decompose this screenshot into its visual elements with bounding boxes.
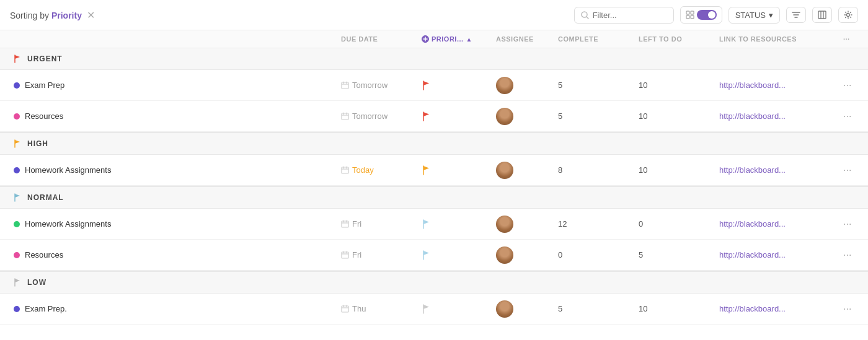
link-cell-row-6[interactable]: http://blackboard...: [715, 299, 839, 318]
toggle-button[interactable]: [680, 6, 722, 24]
col-header-priority[interactable]: PRIORI... ▲: [418, 30, 492, 48]
group-header-high[interactable]: HIGH: [0, 132, 868, 155]
link-cell-row-3[interactable]: http://blackboard...: [715, 160, 839, 180]
table-row-row-4[interactable]: Homework Assignments Fri120http://blackb…: [0, 209, 868, 240]
more-button-row-6[interactable]: ···: [839, 299, 858, 320]
svg-rect-4: [686, 15, 689, 19]
filter-input-container[interactable]: [574, 7, 674, 24]
link-cell-row-5[interactable]: http://blackboard...: [715, 245, 839, 264]
calendar-icon-row-2: [341, 112, 349, 120]
due-date-cell-row-2: Tomorrow: [337, 107, 418, 126]
sort-prefix: Sorting by: [10, 11, 51, 20]
task-dot-row-5: [14, 252, 20, 258]
calendar-icon-row-5: [341, 251, 349, 259]
due-date-text-row-3: Today: [352, 165, 374, 175]
more-button-row-4[interactable]: ···: [839, 214, 858, 235]
link-cell-row-2[interactable]: http://blackboard...: [715, 107, 839, 126]
avatar-row-1: [496, 77, 513, 94]
task-name-cell-row-3: Homework Assignments: [10, 160, 337, 180]
group-flag-high: [14, 139, 22, 148]
svg-rect-32: [342, 252, 348, 258]
col-header-more: ···: [839, 30, 858, 48]
more-button-row-2[interactable]: ···: [839, 106, 858, 127]
gear-icon: [844, 11, 852, 19]
group-flag-normal: [14, 193, 22, 202]
task-name-cell-row-2: Resources: [10, 107, 337, 126]
group-header-urgent[interactable]: URGENT: [0, 48, 868, 70]
due-date-text-row-1: Tomorrow: [352, 81, 388, 90]
task-name-cell-row-6: Exam Prep.: [10, 299, 337, 318]
table-row-row-1[interactable]: Exam Prep Tomorrow510http://blackboard..…: [0, 70, 868, 101]
complete-cell-row-5: 0: [554, 245, 635, 264]
filter-input[interactable]: [593, 11, 667, 20]
assignee-cell-row-6: [492, 295, 554, 323]
column-headers: DUE DATE PRIORI... ▲ ASSIGNEE COMPLETE L…: [0, 30, 868, 48]
link-cell-row-1[interactable]: http://blackboard...: [715, 76, 839, 95]
svg-rect-36: [342, 306, 348, 312]
task-dot-row-6: [14, 306, 20, 312]
assignee-cell-row-3: [492, 157, 554, 184]
complete-cell-row-1: 5: [554, 76, 635, 95]
task-name-text-row-2: Resources: [25, 111, 63, 121]
col-header-complete[interactable]: COMPLETE: [554, 30, 635, 48]
due-date-text-row-2: Tomorrow: [352, 111, 388, 121]
task-name-cell-row-5: Resources: [10, 245, 337, 264]
svg-rect-16: [342, 82, 348, 89]
left-to-do-cell-row-4: 0: [635, 214, 715, 233]
svg-rect-3: [691, 11, 694, 14]
task-name-cell-row-4: Homework Assignments: [10, 214, 337, 233]
task-dot-row-4: [14, 221, 20, 227]
clear-sort-button[interactable]: ✕: [84, 10, 95, 20]
assignee-cell-row-4: [492, 211, 554, 238]
task-name-cell-row-1: Exam Prep: [10, 76, 337, 95]
priority-flag-icon-row-3: [422, 165, 432, 175]
col-header-link[interactable]: LINK TO RESOURCES: [715, 30, 839, 48]
group-title-high: HIGH: [10, 133, 337, 154]
more-button-row-1[interactable]: ···: [839, 75, 858, 96]
table-row-row-6[interactable]: Exam Prep. Thu510http://blackboard...···: [0, 294, 868, 325]
table-row-row-2[interactable]: Resources Tomorrow510http://blackboard..…: [0, 101, 868, 132]
due-date-cell-row-3: Today: [337, 160, 418, 180]
complete-cell-row-2: 5: [554, 107, 635, 126]
columns-icon: [818, 11, 826, 19]
priority-sort-link[interactable]: Priority: [51, 11, 82, 20]
due-date-cell-row-1: Tomorrow: [337, 76, 418, 95]
task-name-text-row-4: Homework Assignments: [25, 219, 111, 229]
more-button-row-3[interactable]: ···: [839, 160, 858, 181]
table-row-row-3[interactable]: Homework Assignments Today810http://blac…: [0, 155, 868, 186]
toggle-track: [697, 10, 717, 20]
assignee-cell-row-1: [492, 72, 554, 99]
left-to-do-cell-row-2: 10: [635, 107, 715, 126]
status-label: STATUS: [735, 11, 766, 20]
svg-line-1: [587, 17, 588, 19]
group-label-normal: NORMAL: [27, 193, 64, 202]
task-name-text-row-1: Exam Prep: [25, 81, 64, 90]
due-date-text-row-5: Fri: [352, 250, 361, 259]
task-dot-row-3: [14, 167, 20, 173]
table-row-row-5[interactable]: Resources Fri05http://blackboard...···: [0, 240, 868, 271]
task-name-text-row-5: Resources: [25, 250, 63, 259]
status-button[interactable]: STATUS ▾: [728, 7, 780, 24]
group-flag-low: [14, 278, 22, 287]
svg-rect-9: [818, 11, 826, 19]
calendar-icon-row-4: [341, 220, 349, 228]
group-header-normal[interactable]: NORMAL: [0, 186, 868, 209]
chevron-down-icon: ▾: [769, 11, 773, 20]
left-to-do-cell-row-1: 10: [635, 76, 715, 95]
sort-label: Sorting by Priority ✕: [10, 9, 95, 21]
col-header-name: [10, 30, 337, 48]
settings-button[interactable]: [838, 7, 858, 23]
group-header-low[interactable]: LOW: [0, 271, 868, 294]
assignee-cell-row-5: [492, 242, 554, 269]
more-button-row-5[interactable]: ···: [839, 245, 858, 266]
priority-flag-icon-row-4: [422, 219, 432, 229]
task-name-text-row-3: Homework Assignments: [25, 165, 111, 175]
svg-rect-5: [691, 15, 694, 19]
columns-button[interactable]: [812, 7, 832, 23]
filter-button[interactable]: [786, 7, 806, 23]
link-cell-row-4[interactable]: http://blackboard...: [715, 214, 839, 233]
svg-point-12: [847, 14, 850, 17]
col-header-assignee[interactable]: ASSIGNEE: [492, 30, 554, 48]
col-header-left-to-do[interactable]: LEFT TO DO: [635, 30, 715, 48]
col-header-due-date[interactable]: DUE DATE: [337, 30, 418, 48]
